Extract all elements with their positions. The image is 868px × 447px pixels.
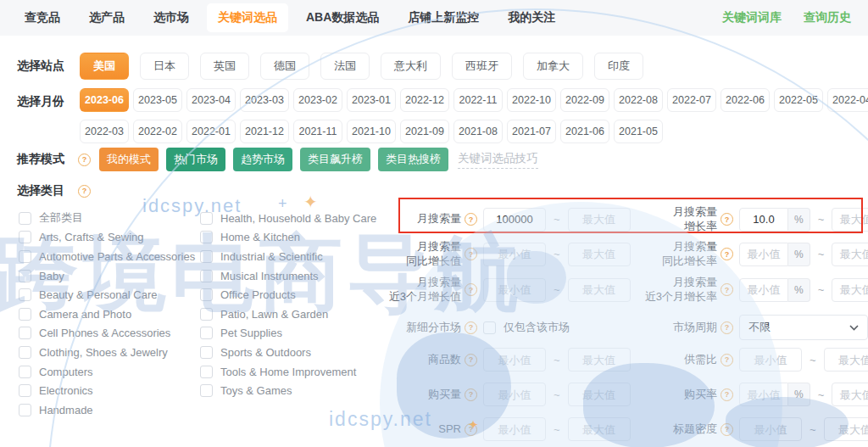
checkbox-icon[interactable] — [200, 250, 213, 263]
month-option-button[interactable]: 2022-02 — [133, 120, 182, 143]
site-option-button[interactable]: 意大利 — [381, 53, 441, 80]
month-option-button[interactable]: 2022-10 — [507, 88, 556, 112]
category-item[interactable]: Baby — [19, 266, 198, 286]
help-icon[interactable]: ? — [721, 248, 733, 260]
checkbox-icon[interactable] — [19, 212, 31, 225]
checkbox-icon[interactable] — [200, 308, 213, 321]
category-item[interactable]: Arts, Crafts & Sewing — [19, 228, 198, 248]
yoy-value-max-input[interactable] — [568, 243, 631, 266]
category-item[interactable]: Health, Household & Baby Care — [200, 209, 397, 228]
checkbox-icon[interactable] — [200, 366, 213, 378]
month-option-button[interactable]: 2023-05 — [133, 88, 182, 112]
month-option-button[interactable]: 2023-04 — [186, 88, 236, 112]
nav-tab[interactable]: 我的关注 — [497, 3, 566, 32]
help-icon[interactable]: ? — [721, 213, 733, 226]
checkbox-icon[interactable] — [19, 231, 31, 243]
month-option-button[interactable]: 2021-06 — [560, 120, 609, 143]
m3-rate-min-input[interactable] — [739, 278, 788, 302]
category-item[interactable]: Handmade — [19, 400, 198, 420]
category-item[interactable]: Toys & Games — [200, 381, 397, 400]
checkbox-icon[interactable] — [200, 384, 213, 397]
help-icon[interactable]: ? — [78, 154, 91, 166]
niche-market-checkbox[interactable]: 仅包含该市场 — [483, 320, 570, 335]
site-option-button[interactable]: 德国 — [260, 53, 309, 80]
yoy-value-min-input[interactable] — [483, 243, 546, 266]
month-option-button[interactable]: 2022-09 — [560, 88, 609, 112]
keyword-tips-link[interactable]: 关键词选品技巧 — [458, 151, 538, 169]
month-option-button[interactable]: 2022-05 — [774, 88, 823, 112]
site-option-button[interactable]: 美国 — [80, 53, 129, 80]
site-option-button[interactable]: 法国 — [320, 53, 370, 80]
help-icon[interactable]: ? — [721, 283, 733, 296]
spr-min-input[interactable] — [483, 417, 546, 441]
category-item[interactable]: Clothing, Shoes & Jewelry — [19, 343, 198, 362]
checkbox-icon[interactable] — [200, 231, 213, 243]
checkbox-icon[interactable] — [200, 346, 213, 359]
purchase-volume-min-input[interactable] — [483, 383, 546, 406]
category-item[interactable]: Electronics — [19, 381, 198, 400]
month-option-button[interactable]: 2023-02 — [293, 88, 342, 112]
month-option-button[interactable]: 2022-07 — [667, 88, 716, 112]
checkbox-icon[interactable] — [19, 308, 31, 321]
month-option-button[interactable]: 2022-08 — [614, 88, 663, 112]
category-item[interactable]: Beauty & Personal Care — [19, 285, 198, 305]
month-option-button[interactable]: 2022-12 — [400, 88, 449, 112]
checkbox-icon[interactable] — [19, 384, 31, 397]
checkbox-icon[interactable] — [200, 212, 213, 225]
help-icon[interactable]: ? — [721, 321, 733, 334]
title-density-min-input[interactable] — [739, 417, 802, 441]
help-icon[interactable]: ? — [721, 423, 733, 436]
m3-rate-max-input[interactable] — [832, 278, 868, 302]
checkbox-icon[interactable] — [19, 404, 31, 416]
category-item[interactable]: Industrial & Scientific — [200, 247, 397, 266]
month-option-button[interactable]: 2022-03 — [80, 120, 129, 143]
m3-value-min-input[interactable] — [483, 278, 546, 302]
nav-tab[interactable]: 选产品 — [78, 3, 136, 32]
month-option-button[interactable]: 2021-08 — [453, 120, 503, 143]
mode-button[interactable]: 趋势市场 — [233, 148, 292, 171]
site-option-button[interactable]: 英国 — [200, 53, 249, 80]
product-count-min-input[interactable] — [483, 348, 546, 372]
market-cycle-select[interactable]: 不限 — [739, 315, 868, 340]
checkbox-icon[interactable] — [200, 288, 213, 301]
category-item[interactable]: Home & Kitchen — [200, 228, 397, 248]
month-option-button[interactable]: 2022-06 — [721, 88, 770, 112]
category-item[interactable]: Tools & Home Improvement — [200, 362, 397, 382]
yoy-rate-max-input[interactable] — [832, 243, 868, 266]
supply-demand-max-input[interactable] — [824, 348, 868, 372]
month-option-button[interactable]: 2021-09 — [400, 120, 449, 143]
month-option-button[interactable]: 2023-06 — [80, 88, 129, 112]
nav-link[interactable]: 查询历史 — [804, 10, 851, 25]
category-item[interactable]: Sports & Outdoors — [200, 343, 397, 362]
checkbox-icon[interactable] — [19, 346, 31, 359]
mode-button[interactable]: 我的模式 — [99, 148, 159, 171]
m3-value-max-input[interactable] — [568, 278, 631, 302]
category-item[interactable]: Automotive Parts & Accessories — [19, 247, 198, 266]
month-option-button[interactable]: 2023-03 — [240, 88, 289, 112]
month-option-button[interactable]: 2021-10 — [347, 120, 396, 143]
site-option-button[interactable]: 日本 — [140, 53, 189, 80]
checkbox-icon[interactable] — [200, 327, 213, 339]
month-option-button[interactable]: 2022-11 — [453, 88, 503, 112]
purchase-volume-max-input[interactable] — [568, 383, 631, 406]
checkbox-icon[interactable] — [19, 366, 31, 378]
yoy-rate-min-input[interactable] — [739, 243, 788, 266]
spr-max-input[interactable] — [568, 417, 631, 441]
help-icon[interactable]: ? — [78, 185, 91, 198]
help-icon[interactable]: ? — [721, 354, 733, 366]
checkbox-icon[interactable] — [200, 270, 213, 282]
category-item[interactable]: Pet Supplies — [200, 324, 397, 344]
monthly-search-min-input[interactable] — [483, 208, 546, 232]
checkbox-icon[interactable] — [483, 321, 496, 334]
monthly-search-max-input[interactable] — [568, 208, 631, 232]
help-icon[interactable]: ? — [465, 354, 477, 366]
month-option-button[interactable]: 2022-01 — [186, 120, 236, 143]
nav-tab[interactable]: 关键词选品 — [207, 3, 288, 32]
category-item[interactable]: 全部类目 — [19, 209, 198, 228]
nav-link[interactable]: 关键词词库 — [722, 10, 782, 25]
month-option-button[interactable]: 2021-12 — [240, 120, 289, 143]
month-option-button[interactable]: 2021-07 — [507, 120, 556, 143]
category-item[interactable]: Patio, Lawn & Garden — [200, 305, 397, 324]
help-icon[interactable]: ? — [721, 388, 733, 401]
help-icon[interactable]: ? — [465, 321, 477, 334]
